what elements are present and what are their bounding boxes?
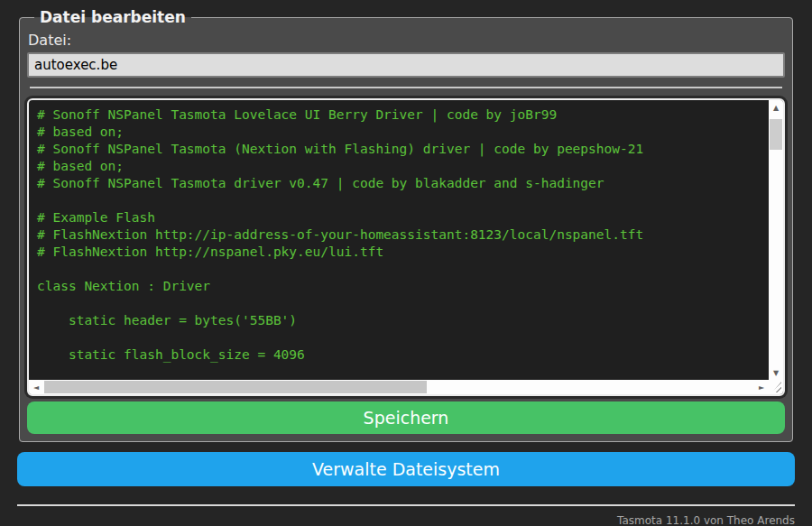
resize-grip-icon[interactable]: [769, 380, 783, 394]
divider: [30, 87, 782, 88]
footer-version-link[interactable]: Tasmota 11.1.0 von Theo Arends: [617, 514, 795, 526]
vertical-scrollbar[interactable]: ▲ ▼: [769, 100, 783, 380]
page-footer: Tasmota 11.1.0 von Theo Arends: [17, 504, 795, 526]
manage-filesystem-button[interactable]: Verwalte Dateisystem: [17, 452, 795, 486]
save-button[interactable]: Speichern: [27, 401, 785, 434]
fieldset-title: Datei bearbeiten: [34, 8, 191, 26]
file-label: Datei:: [28, 32, 785, 49]
horizontal-scrollbar-thumb[interactable]: [44, 381, 427, 393]
footer-divider: [17, 504, 795, 506]
code-content: # Sonoff NSPanel Tasmota Lovelace UI Ber…: [29, 100, 769, 380]
vertical-scrollbar-thumb[interactable]: [770, 119, 782, 150]
file-content-textarea[interactable]: # Sonoff NSPanel Tasmota Lovelace UI Ber…: [27, 98, 785, 396]
scroll-down-icon[interactable]: ▼: [769, 365, 783, 380]
scroll-left-icon[interactable]: ◄: [29, 380, 43, 394]
file-edit-fieldset: Datei bearbeiten Datei: # Sonoff NSPanel…: [19, 8, 793, 442]
main-column: Datei bearbeiten Datei: # Sonoff NSPanel…: [17, 0, 795, 526]
scroll-up-icon[interactable]: ▲: [769, 100, 783, 115]
horizontal-scrollbar[interactable]: ◄ ►: [29, 380, 769, 394]
file-name-input[interactable]: [27, 52, 785, 78]
scroll-right-icon[interactable]: ►: [754, 380, 769, 394]
